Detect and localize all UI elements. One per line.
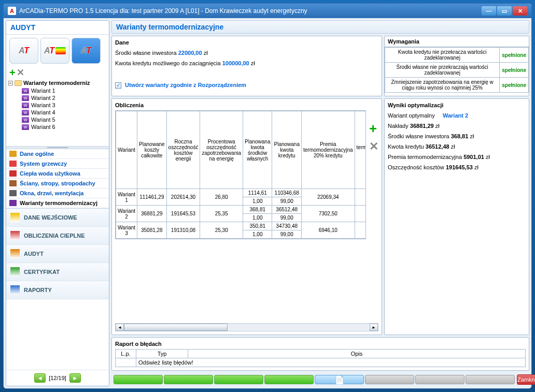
own-funds-value[interactable]: 22000,00 bbox=[178, 50, 202, 56]
error-report-panel: Raport o błędach L.p.TypOpis Odśwież lis… bbox=[111, 337, 529, 371]
mode-button-2[interactable] bbox=[40, 38, 69, 64]
window-title: ArCADia-TERMO PRO 1.5 Licencja dla: test… bbox=[19, 7, 307, 14]
maximize-button[interactable]: ▭ bbox=[497, 6, 512, 16]
error-message: Odśwież listę błędów! bbox=[136, 358, 526, 367]
progress-doc-icon[interactable]: 📄 bbox=[315, 375, 364, 384]
credit-amount-value[interactable]: 100000,00 bbox=[222, 60, 249, 66]
add-variant-button[interactable]: + bbox=[369, 121, 378, 137]
tree-item-2[interactable]: WWariant 2 bbox=[22, 94, 107, 101]
category-item-0[interactable]: Dane ogólne bbox=[6, 149, 109, 159]
category-item-1[interactable]: System grzewczy bbox=[6, 159, 109, 169]
mode-button-1[interactable] bbox=[9, 38, 38, 64]
page-next-button[interactable]: ► bbox=[69, 373, 81, 383]
create-variants-checkbox[interactable] bbox=[115, 82, 121, 89]
app-icon: A bbox=[8, 7, 16, 15]
category-item-4[interactable]: Okna, drzwi, wentylacja bbox=[6, 188, 109, 198]
calculations-table[interactable]: WariantPlanowane koszty całkowiteRoczna … bbox=[115, 110, 366, 239]
category-item-2[interactable]: Ciepła woda użytkowa bbox=[6, 169, 109, 179]
variant-tree[interactable]: −Warianty termomoderniz WWariant 1WWaria… bbox=[6, 79, 109, 146]
category-item-3[interactable]: Ściany, stropy, stropodachy bbox=[6, 179, 109, 188]
dane-panel: Dane Środki własne inwestora 22000,00 zł… bbox=[111, 36, 382, 96]
calc-row[interactable]: Wariant 335081,28191310,0825,30350,81347… bbox=[116, 222, 367, 230]
calc-row[interactable]: Wariant 1111461,29202614,3026,801114,611… bbox=[116, 189, 367, 197]
tree-item-1[interactable]: WWariant 1 bbox=[22, 87, 107, 94]
page-title: Warianty termomodernizacyjne bbox=[111, 20, 529, 34]
page-indicator: [12/19] bbox=[49, 375, 66, 381]
nav-button-3[interactable]: CERTYFIKAT bbox=[6, 263, 109, 281]
results-panel: Wyniki optymalizacji Wariant optymalny W… bbox=[384, 98, 529, 335]
close-button[interactable]: Zamknij bbox=[517, 374, 535, 385]
optimal-variant-link[interactable]: Wariant 2 bbox=[443, 112, 468, 119]
sidebar-title: AUDYT bbox=[6, 21, 109, 35]
progress-bar[interactable]: 📄 bbox=[114, 375, 515, 384]
nav-button-2[interactable]: AUDYT bbox=[6, 245, 109, 263]
mode-button-3[interactable] bbox=[72, 38, 101, 64]
tree-item-5[interactable]: WWariant 5 bbox=[22, 116, 107, 123]
close-window-button[interactable]: ✕ bbox=[513, 6, 527, 16]
tree-item-3[interactable]: WWariant 3 bbox=[22, 101, 107, 109]
page-prev-button[interactable]: ◄ bbox=[34, 373, 46, 383]
category-item-5[interactable]: Warianty termomodernizacyj bbox=[6, 198, 109, 208]
minimize-button[interactable]: — bbox=[482, 6, 496, 16]
requirements-panel: Wymagania Kwota kredytu nie przekracza w… bbox=[384, 36, 529, 96]
nav-button-0[interactable]: DANE WEJŚCIOWE bbox=[6, 209, 109, 227]
add-button[interactable]: + bbox=[9, 67, 16, 79]
remove-button[interactable]: ✕ bbox=[17, 67, 24, 79]
calc-row[interactable]: Wariant 236881,29191645,5325,35368,81365… bbox=[116, 206, 367, 214]
nav-button-4[interactable]: RAPORTY bbox=[6, 281, 109, 299]
tree-item-6[interactable]: WWariant 6 bbox=[22, 123, 107, 130]
remove-variant-button[interactable]: ✕ bbox=[369, 140, 378, 153]
tree-item-4[interactable]: WWariant 4 bbox=[22, 109, 107, 116]
create-variants-link[interactable]: Utwórz warianty zgodnie z Rozporządzenie… bbox=[125, 82, 246, 88]
hscrollbar[interactable]: ◄► bbox=[115, 323, 378, 331]
titlebar: A ArCADia-TERMO PRO 1.5 Licencja dla: te… bbox=[4, 4, 531, 18]
nav-button-1[interactable]: OBLICZENIA CIEPLNE bbox=[6, 227, 109, 245]
